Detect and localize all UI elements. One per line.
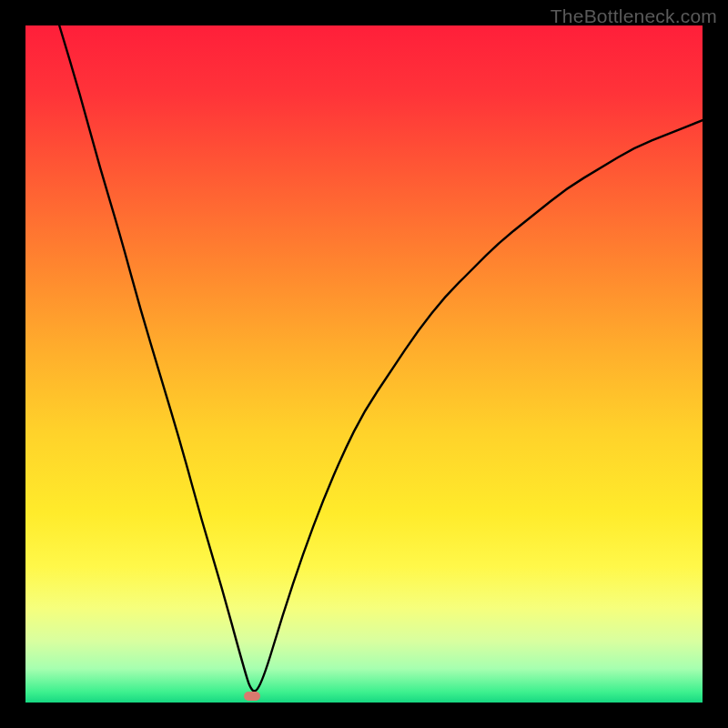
curve-layer: [25, 25, 703, 703]
plot-area: [25, 25, 703, 703]
watermark-text: TheBottleneck.com: [551, 5, 717, 27]
bottleneck-curve: [59, 25, 703, 691]
optimal-marker: [244, 692, 260, 701]
